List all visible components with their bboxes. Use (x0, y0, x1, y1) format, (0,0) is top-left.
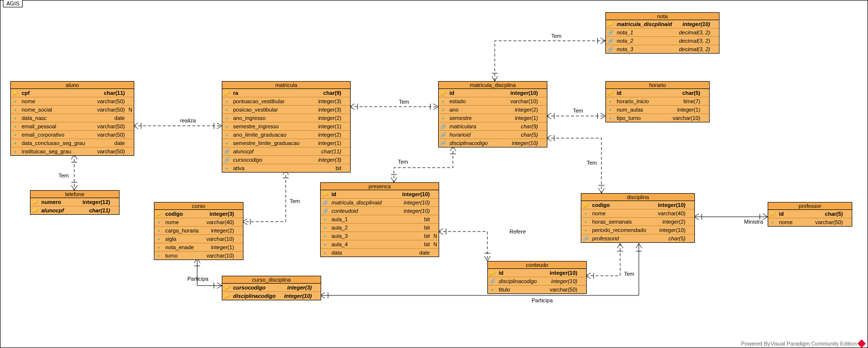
relation-end-icon (492, 73, 498, 81)
col-name: data_conclusao_seg_grau (20, 140, 113, 146)
table-row[interactable]: 🔑numerointeger(12) (30, 198, 119, 206)
table-row[interactable]: 🔑idinteger(10) (488, 269, 586, 277)
table-row[interactable]: 🔗cursocodigointeger(3) (222, 156, 350, 164)
table-row[interactable]: ▪tipo_turnovarchar(10) (606, 114, 709, 122)
relation-label: Tem (551, 33, 562, 39)
table-row[interactable]: ▪anointeger(2) (439, 106, 547, 114)
table-row[interactable]: ▪nomevarchar(40) (154, 218, 243, 227)
table-row[interactable]: 🔑idinteger(10) (321, 190, 439, 199)
table-disciplina[interactable]: disciplina🔑codigointeger(10)▪nomevarchar… (581, 193, 695, 243)
table-row[interactable]: 🔗disciplinacodigointeger(10) (439, 139, 547, 147)
table-row[interactable]: ▪email_pessoalvarchar(50) (11, 122, 134, 131)
col-icon: ▪ (155, 219, 162, 226)
table-row[interactable]: ▪posicao_vestibularinteger(3) (222, 106, 350, 114)
relation-line[interactable] (197, 258, 222, 286)
table-row[interactable]: 🔑idchar(5) (768, 210, 852, 218)
relation-line[interactable] (242, 170, 286, 222)
table-row[interactable]: ▪siglavarchar(10) (154, 235, 243, 243)
table-row[interactable]: ▪nomevarchar(50) (768, 218, 852, 226)
relation-label: Participa (532, 297, 553, 303)
table-row[interactable]: 🔑idinteger(10) (439, 89, 547, 97)
table-row[interactable]: 🔑codigointeger(10) (581, 201, 694, 209)
table-row[interactable]: 🔑cpfchar(11) (11, 89, 134, 97)
table-row[interactable]: 🔗horarioidchar(5) (439, 131, 547, 139)
table-row[interactable]: ▪nomevarchar(50) (11, 97, 134, 106)
col-type: bit (422, 233, 432, 239)
table-row[interactable]: 🔗conteudoidinteger(10) (321, 207, 439, 215)
table-conteudo[interactable]: conteudo🔑idinteger(10)🔗disciplinacodigoi… (487, 261, 587, 294)
col-name: id (615, 90, 680, 96)
table-row[interactable]: ▪aula_3bitN (321, 232, 439, 240)
col-icon: ▪ (607, 106, 614, 113)
table-nota[interactable]: nota🔑matricula_discplinaidinteger(10)🔗no… (605, 12, 719, 54)
table-row[interactable]: 🔗disciplinacodigointeger(10) (488, 277, 586, 286)
table-row[interactable]: ▪datadate (321, 249, 439, 257)
table-row[interactable]: 🔗nota_1decimal(3, 2) (606, 29, 719, 37)
table-row[interactable]: ▪nome_socialvarchar(50)N (11, 106, 134, 114)
table-row[interactable]: 🔗matricularachar(9) (439, 122, 547, 131)
table-row[interactable]: ▪nomevarchar(40) (581, 209, 694, 218)
table-row[interactable]: ▪carga_horariainteger(2) (154, 227, 243, 235)
col-icon: ▪ (607, 98, 614, 105)
table-row[interactable]: ▪num_aulasinteger(1) (606, 106, 709, 114)
col-name: id (329, 191, 400, 197)
col-icon: ▪ (440, 98, 447, 105)
table-professor[interactable]: professor🔑idchar(5)▪nomevarchar(50) (768, 202, 852, 227)
table-row[interactable]: ▪aula_2bit (321, 224, 439, 232)
col-type: integer(10) (282, 293, 314, 299)
table-presenca[interactable]: presenca🔑idinteger(10)🔗matricula_discpli… (320, 182, 439, 257)
table-row[interactable]: ▪ano_limite_graduacaointeger(2) (222, 131, 350, 139)
table-row[interactable]: ▪estadovarchar(10) (439, 97, 547, 106)
table-matricula_discplina[interactable]: matricula_discplina🔑idinteger(10)▪estado… (438, 81, 547, 147)
table-row[interactable]: 🔗nota_2decimal(3, 2) (606, 37, 719, 45)
table-row[interactable]: ▪periodo_recomendadointeger(10) (581, 226, 694, 234)
table-row[interactable]: ▪horario_iniciotime(7) (606, 97, 709, 106)
relation-line[interactable] (546, 138, 601, 193)
table-row[interactable]: ▪instituicao_seg_grauvarchar(50) (11, 147, 134, 155)
table-row[interactable]: ▪data_nascdate (11, 114, 134, 122)
table-row[interactable]: 🔑alunocpfchar(11) (30, 206, 119, 214)
relation-line[interactable] (394, 146, 453, 182)
table-curso[interactable]: curso🔑codigointeger(3)▪nomevarchar(40)▪c… (154, 202, 243, 260)
table-row[interactable]: ▪data_conclusao_seg_graudate (11, 139, 134, 147)
col-icon: ▪ (322, 232, 329, 239)
relation-line[interactable] (586, 243, 620, 276)
col-name: nota_enade (163, 244, 209, 250)
relation-line[interactable] (438, 232, 487, 261)
table-row[interactable]: 🔑disciplinacodigointeger(10) (222, 292, 321, 300)
table-row[interactable]: ▪aula_4bitN (321, 240, 439, 249)
table-row[interactable]: ▪turnovarchar(10) (154, 252, 243, 260)
table-row[interactable]: 🔑rachar(9) (222, 89, 350, 97)
table-row[interactable]: 🔑matricula_discplinaidinteger(10) (606, 20, 719, 29)
table-row[interactable]: ▪semestreinteger(1) (439, 114, 547, 122)
table-matricula[interactable]: matricula🔑rachar(9)▪pontuacao_vestibular… (222, 81, 351, 173)
col-name: nota_1 (615, 29, 677, 35)
table-curso_disciplina[interactable]: curso_disciplina🔑cursocodigointeger(3)🔑d… (222, 276, 321, 300)
col-type: varchar(50) (813, 219, 845, 225)
table-title: presenca (321, 183, 439, 190)
table-row[interactable]: ▪pontuacao_vestibularinteger(3) (222, 97, 350, 106)
table-telefone[interactable]: telefone🔑numerointeger(12)🔑alunocpfchar(… (30, 190, 120, 215)
table-row[interactable]: ▪semestre_ingressointeger(1) (222, 122, 350, 131)
col-name: matricula_discplinaid (329, 200, 402, 205)
table-aluno[interactable]: aluno🔑cpfchar(11)▪nomevarchar(50)▪nome_s… (10, 81, 134, 156)
table-row[interactable]: 🔗matricula_discplinaidinteger(10) (321, 199, 439, 207)
table-row[interactable]: ▪aula_1bit (321, 215, 439, 224)
table-row[interactable]: ▪ano_ingressointeger(2) (222, 114, 350, 122)
col-icon: ▪ (155, 244, 162, 251)
col-type: varchar(50) (95, 98, 127, 104)
table-row[interactable]: ▪email_corporativovarchar(50) (11, 131, 134, 139)
table-row[interactable]: ▪nota_enadeinteger(1) (154, 243, 243, 252)
relation-line[interactable] (495, 41, 605, 81)
table-row[interactable]: 🔗alunocpfchar(11) (222, 147, 350, 156)
table-row[interactable]: ▪semestre_limite_graduacaointeger(1) (222, 139, 350, 147)
table-row[interactable]: 🔑cursocodigointeger(3) (222, 284, 321, 292)
table-row[interactable]: ▪ativabit (222, 164, 350, 172)
table-row[interactable]: 🔑idchar(5) (606, 89, 709, 97)
table-row[interactable]: 🔗nota_3decimal(3, 2) (606, 45, 719, 53)
table-row[interactable]: ▪horas_semanaisinteger(2) (581, 218, 694, 226)
table-row[interactable]: 🔑codigointeger(3) (154, 210, 243, 218)
table-row[interactable]: ▪titulovarchar(50) (488, 286, 586, 293)
table-row[interactable]: 🔗professoridchar(5) (581, 234, 694, 242)
table-horario[interactable]: horario🔑idchar(5)▪horario_iniciotime(7)▪… (605, 81, 710, 122)
